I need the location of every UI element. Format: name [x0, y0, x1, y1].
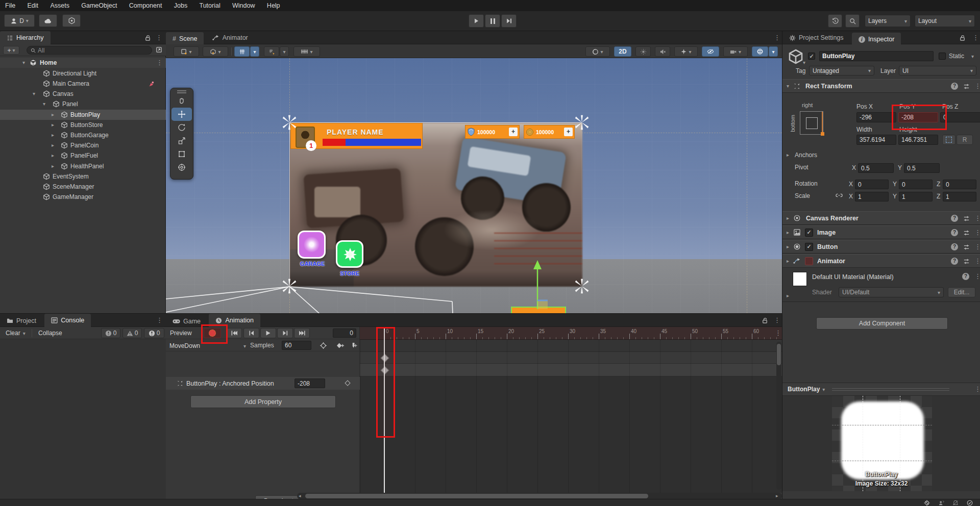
- inspector-menu-icon[interactable]: ⋮: [972, 34, 979, 41]
- component-menu-icon[interactable]: ⋮: [974, 257, 980, 265]
- tab-scene[interactable]: # Scene: [166, 32, 204, 45]
- pivot-x-field[interactable]: 0.5: [858, 163, 894, 173]
- tree-row-main-camera[interactable]: Main Camera: [0, 79, 166, 89]
- hierarchy-menu-icon[interactable]: ⋮: [156, 34, 162, 41]
- account-button[interactable]: D ▾: [4, 14, 35, 27]
- button-component-header[interactable]: ▸ ✓ Button ? ⋮: [782, 240, 980, 254]
- material-menu-icon[interactable]: ⋮: [974, 272, 980, 280]
- current-frame-field[interactable]: 0: [333, 328, 356, 338]
- snap-increment-dropdown[interactable]: ▾: [293, 46, 320, 57]
- camera-settings-dropdown[interactable]: ▾: [723, 46, 748, 57]
- add-property-button[interactable]: Add Property: [190, 395, 336, 408]
- foldout-expanded-icon[interactable]: ▾: [33, 91, 35, 96]
- material-swatch[interactable]: [793, 272, 807, 286]
- component-menu-icon[interactable]: ⋮: [974, 82, 980, 90]
- lock-icon[interactable]: [959, 34, 966, 41]
- info-filter-toggle[interactable]: 0: [101, 328, 120, 338]
- collab-icon[interactable]: [938, 500, 944, 506]
- foldout-expanded-icon[interactable]: ▾: [22, 60, 25, 65]
- animator-record-tinted-checkbox[interactable]: [805, 257, 813, 265]
- mode-2d-toggle[interactable]: 2D: [614, 46, 631, 57]
- help-icon[interactable]: ?: [951, 243, 958, 250]
- pause-button[interactable]: [485, 14, 500, 28]
- shader-edit-button[interactable]: Edit...: [948, 287, 975, 297]
- image-enabled-checkbox[interactable]: ✓: [805, 229, 813, 237]
- picking-filter-icon[interactable]: [156, 46, 162, 53]
- presets-icon[interactable]: [963, 215, 970, 222]
- store-button[interactable]: [336, 240, 363, 268]
- help-icon[interactable]: ?: [962, 273, 969, 280]
- tool-handle-dropdown[interactable]: ▾: [174, 46, 199, 57]
- blueprint-mode-button[interactable]: [942, 135, 955, 145]
- clip-dropdown[interactable]: MoveDown▾: [169, 341, 246, 350]
- timeline-content[interactable]: [360, 340, 782, 493]
- grid-xy-toggle[interactable]: [234, 46, 250, 57]
- pivot-y-field[interactable]: 0.5: [904, 163, 940, 173]
- preview-drag-grip[interactable]: [832, 388, 949, 391]
- pos-y-field[interactable]: -208: [898, 112, 938, 122]
- create-object-button[interactable]: +▾: [3, 46, 19, 55]
- hscroll-handle[interactable]: [305, 494, 648, 498]
- rect-transform-header[interactable]: ▾ Rect Transform ? ⋮: [782, 79, 980, 93]
- shader-dropdown[interactable]: UI/Default▾: [839, 287, 944, 297]
- scene-visibility-icon[interactable]: [148, 81, 155, 87]
- timeline-ruler[interactable]: 051015202530354045505560: [360, 327, 782, 340]
- scene-audio-toggle[interactable]: [655, 46, 670, 57]
- hub-button[interactable]: [62, 14, 81, 27]
- tab-project-settings[interactable]: Project Settings: [782, 31, 850, 44]
- hierarchy-search-input[interactable]: All: [27, 46, 152, 55]
- component-menu-icon[interactable]: ⋮: [974, 243, 980, 250]
- gameobject-icon-dropdown[interactable]: ▾: [803, 60, 805, 65]
- presets-icon[interactable]: [963, 83, 970, 90]
- scene-root-row[interactable]: ▾ Home ⋮: [0, 58, 166, 68]
- menu-help[interactable]: Help: [262, 0, 285, 11]
- gameobject-name-field[interactable]: ButtonPlay: [819, 51, 934, 61]
- layer-dropdown[interactable]: UI▾: [899, 66, 976, 75]
- layers-dropdown[interactable]: Layers▾: [865, 15, 911, 27]
- hidden-objects-toggle[interactable]: [702, 46, 719, 57]
- preview-header[interactable]: ButtonPlay ▾ ⋮: [782, 383, 980, 396]
- foldout-collapsed-icon[interactable]: ▸: [52, 112, 54, 117]
- gizmos-dropdown[interactable]: ▾: [769, 46, 778, 57]
- pos-z-field[interactable]: 0: [940, 112, 980, 122]
- record-button[interactable]: [204, 328, 221, 338]
- tag-dropdown[interactable]: Untagged▾: [809, 66, 874, 75]
- tree-row-buttonstore[interactable]: ▸ ButtonStore: [0, 120, 166, 130]
- active-checkbox[interactable]: ✓: [808, 53, 815, 60]
- rotation-y-field[interactable]: 0: [899, 180, 933, 189]
- add-keyframe-button[interactable]: [333, 341, 347, 350]
- scale-tool-button[interactable]: [172, 134, 192, 147]
- menu-tutorial[interactable]: Tutorial: [194, 0, 225, 11]
- status-ok-icon[interactable]: [967, 500, 973, 506]
- anchor-gizmo-icon[interactable]: [573, 114, 591, 131]
- foldout-collapsed-icon[interactable]: ▸: [52, 163, 54, 169]
- shading-mode-dropdown[interactable]: ▾: [585, 46, 610, 57]
- help-icon[interactable]: ?: [951, 229, 958, 236]
- lock-icon[interactable]: [762, 317, 768, 324]
- timeline-menu-icon[interactable]: ⋮: [775, 329, 781, 337]
- samples-field[interactable]: 60: [282, 341, 311, 350]
- overlay-drag-handle[interactable]: [170, 88, 193, 94]
- help-icon[interactable]: ?: [951, 258, 958, 265]
- foldout-expanded-icon[interactable]: ▾: [43, 101, 45, 107]
- first-key-button[interactable]: [226, 328, 242, 338]
- tab-game[interactable]: Game: [166, 315, 207, 328]
- tree-row-healthpanel[interactable]: ▸ HealthPanel: [0, 161, 166, 171]
- animation-menu-icon[interactable]: ⋮: [774, 316, 780, 324]
- gizmos-toggle[interactable]: [752, 46, 768, 57]
- scale-y-field[interactable]: 1: [899, 192, 933, 201]
- link-scale-icon[interactable]: [836, 192, 843, 198]
- timeline-vscrollbar[interactable]: [776, 342, 781, 490]
- effects-dropdown[interactable]: ▾: [674, 46, 698, 57]
- notifications-muted-icon[interactable]: [952, 500, 959, 506]
- transform-tool-button[interactable]: [172, 161, 192, 174]
- presets-icon[interactable]: [963, 244, 970, 250]
- lock-icon[interactable]: [144, 34, 151, 41]
- tab-project[interactable]: Project: [0, 314, 43, 327]
- clear-button[interactable]: Clear▾: [3, 328, 28, 338]
- console-menu-icon[interactable]: ⋮: [156, 316, 163, 324]
- scene-menu-icon[interactable]: ⋮: [774, 34, 780, 41]
- play-button[interactable]: [469, 14, 484, 28]
- property-value-field[interactable]: -208: [295, 378, 325, 388]
- component-menu-icon[interactable]: ⋮: [974, 229, 980, 236]
